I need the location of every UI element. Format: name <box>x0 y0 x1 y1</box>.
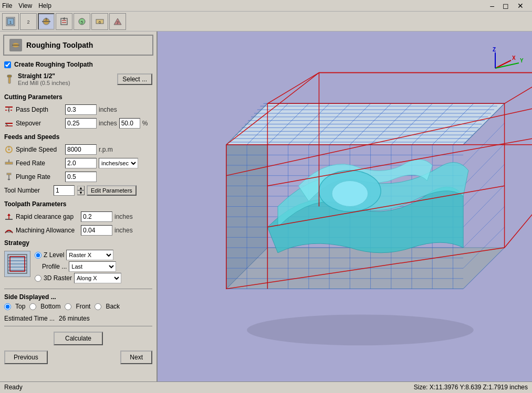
pass-depth-icon <box>4 105 14 114</box>
panel-title-box: Roughing Toolpath <box>3 35 153 56</box>
rapid-clearance-input[interactable] <box>81 211 112 222</box>
svg-point-113 <box>332 180 368 206</box>
divider2 <box>4 326 152 326</box>
plunge-rate-input[interactable] <box>65 172 97 182</box>
svg-text:X: X <box>512 55 516 61</box>
stepover-input[interactable] <box>65 118 97 129</box>
tool-details: Straight 1/2" End Mill (0.5 inches) <box>18 72 70 86</box>
status-right: Size: X:11.3976 Y:8.639 Z:1.7919 inches <box>414 384 528 391</box>
est-time-value: 26 minutes <box>59 315 90 322</box>
minimize-btn[interactable]: – <box>490 2 494 10</box>
svg-marker-30 <box>7 179 11 180</box>
feed-unit-select[interactable]: inches/sec mm/sec inches/min <box>99 158 138 168</box>
stepover-label: Stepover <box>16 120 63 127</box>
zlevel-radio[interactable] <box>35 252 41 259</box>
side-bottom-radio[interactable] <box>29 303 36 310</box>
side-front-radio[interactable] <box>65 303 71 310</box>
create-toolpath-row: Create Roughing Toolpath <box>4 61 152 68</box>
calculate-button[interactable]: Calculate <box>54 332 103 345</box>
pass-depth-row: Pass Depth inches <box>4 104 152 115</box>
svg-marker-33 <box>7 214 11 216</box>
svg-rect-26 <box>5 162 13 164</box>
tool-select-area: Straight 1/2" End Mill (0.5 inches) Sele… <box>4 72 152 88</box>
side-back-radio[interactable] <box>95 303 101 310</box>
nav-buttons: Previous Next <box>4 350 152 364</box>
side-top-label: Top <box>15 303 25 310</box>
spindle-input[interactable] <box>65 144 97 155</box>
pass-depth-input[interactable] <box>65 104 97 115</box>
tool-icon <box>4 74 15 84</box>
tool-subname: End Mill (0.5 inches) <box>18 80 70 86</box>
menu-file[interactable]: File <box>2 2 12 9</box>
tool-number-up[interactable]: ▲ <box>77 186 85 190</box>
machining-allowance-unit: inches <box>114 227 133 234</box>
pass-depth-unit: inches <box>99 106 117 113</box>
machining-allowance-icon <box>4 226 14 235</box>
strategy-row: Z Level Raster X Raster Y Offset Profile… <box>4 249 152 284</box>
rapid-clearance-label: Rapid clearance gap <box>16 213 79 220</box>
svg-text:Y: Y <box>520 58 524 63</box>
feeds-speeds-header: Feeds and Speeds <box>4 133 152 141</box>
status-bar: Ready Size: X:11.3976 Y:8.639 Z:1.7919 i… <box>0 381 532 392</box>
restore-btn[interactable]: ◻ <box>503 2 509 10</box>
side-front-label: Front <box>76 303 90 310</box>
create-toolpath-checkbox[interactable] <box>4 61 11 68</box>
stepover-icon <box>4 119 14 128</box>
raster3d-radio[interactable] <box>35 275 41 282</box>
side-top-radio[interactable] <box>4 303 11 310</box>
raster3d-select[interactable]: Along X Along Y <box>74 273 121 283</box>
toolbar-btn-6[interactable]: 6 <box>91 13 108 30</box>
zlevel-radio-row: Z Level Raster X Raster Y Offset <box>35 250 152 260</box>
svg-text:2: 2 <box>27 19 29 25</box>
close-btn[interactable]: ✕ <box>517 2 524 10</box>
tool-number-input[interactable] <box>54 185 75 196</box>
zlevel-select[interactable]: Raster X Raster Y Offset <box>66 250 113 260</box>
calculate-row: Calculate <box>3 332 153 345</box>
toolbar-btn-3[interactable]: 3 <box>38 13 55 30</box>
spindle-icon <box>4 145 14 154</box>
strategy-label: Strategy <box>4 239 29 247</box>
svg-text:6: 6 <box>99 20 101 25</box>
edit-parameters-button[interactable]: Edit Parameters <box>87 185 137 196</box>
feed-rate-input[interactable] <box>65 158 97 168</box>
svg-text:7: 7 <box>117 20 119 25</box>
toolbar-btn-7[interactable]: 7 <box>109 13 126 30</box>
cutting-params-header: Cutting Parameters <box>4 93 152 101</box>
svg-text:Z: Z <box>493 47 496 52</box>
toolpath-params-header: Toolpath Parameters <box>4 200 152 208</box>
main-layout: Roughing Toolpath Create Roughing Toolpa… <box>0 31 532 381</box>
previous-button[interactable]: Previous <box>4 350 48 364</box>
stepover-unit: inches <box>99 120 117 127</box>
profile-label: Profile ... <box>42 263 67 270</box>
tool-number-label: Tool Number <box>4 187 51 194</box>
profile-select[interactable]: Last First None <box>69 261 116 272</box>
strategy-preview-icon <box>4 251 30 277</box>
strategy-section: Strategy Z <box>4 239 152 284</box>
stepover-pct-input[interactable] <box>119 118 140 129</box>
machining-allowance-input[interactable] <box>81 225 112 236</box>
pass-depth-label: Pass Depth <box>16 106 63 113</box>
toolbar-btn-4[interactable]: 4 <box>56 13 72 30</box>
toolbar-btn-1[interactable]: 1 <box>2 13 19 30</box>
3d-viewport[interactable]: X Y Z <box>158 31 532 381</box>
feed-rate-row: Feed Rate inches/sec mm/sec inches/min <box>4 158 152 168</box>
menu-help[interactable]: Help <box>38 2 51 9</box>
divider1 <box>4 289 152 289</box>
menu-view[interactable]: View <box>18 2 32 9</box>
est-time-row: Estimated Time ... 26 minutes <box>4 315 152 322</box>
next-button[interactable]: Next <box>120 350 152 364</box>
plunge-rate-icon <box>4 172 14 182</box>
tool-number-row: Tool Number ▲ ▼ Edit Parameters <box>4 185 152 196</box>
svg-text:5: 5 <box>81 20 84 25</box>
raster3d-radio-row: 3D Raster Along X Along Y <box>35 273 152 283</box>
toolbar-btn-2[interactable]: 2 <box>20 13 37 30</box>
svg-text:4: 4 <box>63 17 65 20</box>
panel-title-icon <box>9 39 22 51</box>
tool-info: Straight 1/2" End Mill (0.5 inches) Sele… <box>4 72 152 86</box>
toolbar-btn-5[interactable]: 5 <box>74 13 90 30</box>
select-tool-button[interactable]: Select ... <box>117 73 152 85</box>
tool-number-down[interactable]: ▼ <box>77 190 85 195</box>
spindle-unit: r.p.m <box>99 146 113 153</box>
side-back-label: Back <box>106 303 120 310</box>
panel-title-text: Roughing Toolpath <box>26 41 93 49</box>
